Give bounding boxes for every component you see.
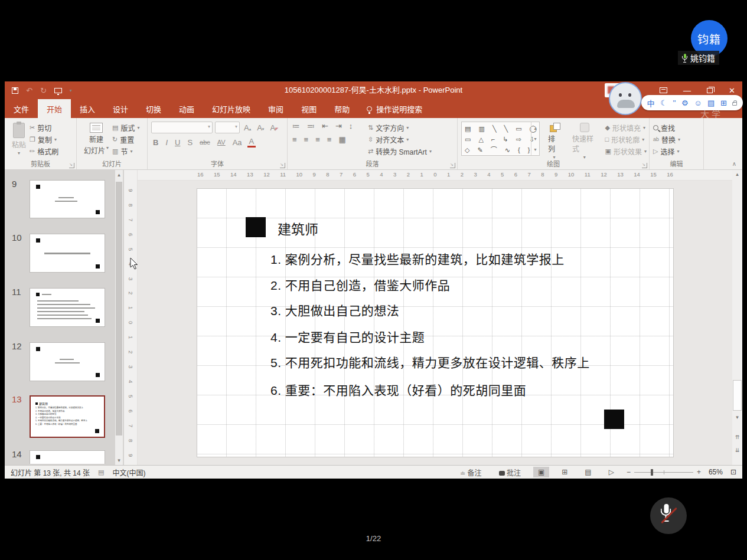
slide-bullet-3[interactable]: 3. 大胆做出自己的想法 [270, 301, 399, 319]
notes-toggle[interactable]: ≐ 备注 [455, 466, 487, 479]
slide-thumbnail-9[interactable] [30, 180, 105, 218]
scroll-up-icon[interactable]: ▴ [732, 171, 742, 177]
lock-icon[interactable] [732, 102, 737, 106]
justify-button[interactable]: ≡ [326, 135, 333, 144]
copy-button[interactable]: ❐复制▾ [30, 133, 58, 145]
tab-design[interactable]: 设计 [104, 99, 137, 118]
section-button[interactable]: ▥节▾ [112, 145, 139, 157]
slide-thumbnail-12[interactable] [30, 342, 105, 381]
font-color-button[interactable]: A [247, 137, 256, 148]
minimize-button[interactable]: — [683, 86, 691, 95]
tab-insert[interactable]: 插入 [71, 99, 104, 118]
grid-icon[interactable]: ⊞ [720, 99, 727, 107]
bullets-button[interactable]: ≔ [291, 122, 301, 130]
slideshow-view-button[interactable]: ▷ [604, 467, 619, 477]
text-direction-button[interactable]: ⇅文字方向▾ [368, 122, 432, 133]
thumbnail-scrollbar-thumb[interactable] [116, 182, 122, 435]
line-spacing-button[interactable]: ↕ [348, 122, 354, 130]
ime-mode-icon[interactable]: 中 [647, 97, 655, 109]
shrink-font-button[interactable]: A▾ [255, 123, 266, 132]
tab-review[interactable]: 审阅 [259, 99, 292, 118]
align-left-button[interactable]: ≡ [291, 135, 298, 144]
slide-bullet-1[interactable]: 1. 案例分析，尽量找些最新的建筑，比如建筑学报上 [270, 250, 565, 267]
quick-styles-button[interactable]: 快速样式 ▾ [569, 122, 601, 161]
slide-canvas[interactable]: 建筑师 1. 案例分析，尽量找些最新的建筑，比如建筑学报上 2. 不用自己创造，… [197, 189, 673, 457]
drawing-dialog-launcher-icon[interactable]: ↘ [642, 163, 647, 168]
zoom-out-button[interactable]: − [627, 468, 631, 476]
clipboard-dialog-launcher-icon[interactable]: ↘ [69, 163, 74, 168]
zoom-slider[interactable] [634, 472, 693, 473]
slide-thumbnail-11[interactable] [30, 288, 105, 327]
slide-bullet-5[interactable]: 5. 不用死扣功能和流线，精力更多放在设计逻辑、秩序上 [270, 353, 590, 371]
paragraph-dialog-launcher-icon[interactable]: ↘ [450, 163, 455, 168]
tools-icon[interactable]: ⚙ [681, 99, 689, 107]
fit-to-window-icon[interactable]: ⊡ [730, 468, 736, 476]
align-right-button[interactable]: ≡ [314, 135, 321, 144]
increase-indent-button[interactable]: ⇥ [334, 122, 343, 130]
tab-home[interactable]: 开始 [38, 99, 71, 118]
normal-view-button[interactable]: ▣ [533, 467, 549, 477]
align-center-button[interactable]: ≡ [303, 135, 310, 144]
change-case-button[interactable]: Aa [231, 138, 244, 147]
slide-title[interactable]: 建筑师 [278, 218, 318, 238]
scroll-down-icon[interactable]: ▾ [732, 414, 742, 420]
clear-format-button[interactable]: A◤ [268, 123, 280, 132]
restore-button[interactable] [707, 88, 713, 93]
slide-corner-square[interactable] [604, 410, 624, 429]
slide-bullet-4[interactable]: 4. 一定要有自己的设计主题 [270, 328, 425, 345]
select-button[interactable]: ▷选择▾ [653, 145, 701, 157]
shadow-button[interactable]: S [185, 138, 194, 147]
quotes-icon[interactable]: '' [673, 99, 676, 107]
night-mode-icon[interactable]: ☾ [660, 99, 667, 107]
char-spacing-button[interactable]: AV [216, 139, 227, 146]
italic-button[interactable]: I [164, 138, 169, 147]
columns-button[interactable]: ▦ [337, 135, 347, 144]
zoom-percentage[interactable]: 65% [709, 468, 723, 476]
slide-title-square[interactable] [246, 217, 266, 237]
reading-view-button[interactable]: ▤ [580, 467, 596, 477]
font-size-select[interactable] [215, 122, 240, 133]
reset-button[interactable]: ↻重置 [112, 133, 139, 145]
slide-bullet-2[interactable]: 2. 不用自己创造，借鉴大师作品 [270, 276, 450, 293]
next-slide-icon[interactable]: ⇊ [732, 447, 742, 453]
layout-button[interactable]: ▤版式▾ [112, 122, 139, 133]
replace-button[interactable]: ab替换▾ [653, 133, 701, 145]
cut-button[interactable]: ✂剪切 [30, 122, 58, 133]
tell-me-search[interactable]: 操作说明搜索 [358, 99, 430, 118]
slide-sorter-view-button[interactable]: ⊞ [557, 467, 572, 477]
emoji-icon[interactable]: ☺ [694, 99, 702, 107]
tab-view[interactable]: 视图 [292, 99, 325, 118]
slide-thumbnail-10[interactable] [30, 234, 105, 273]
tab-help[interactable]: 帮助 [325, 99, 358, 118]
zoom-in-button[interactable]: + [697, 468, 701, 476]
ribbon-display-options-icon[interactable] [660, 87, 667, 93]
underline-button[interactable]: U [173, 138, 182, 147]
decrease-indent-button[interactable]: ⇤ [321, 122, 330, 130]
comments-toggle[interactable]: 批注 [494, 466, 526, 479]
strikethrough-button[interactable]: abc [198, 139, 212, 146]
slide-thumbnail-14[interactable] [30, 450, 105, 464]
mute-button[interactable] [650, 497, 687, 534]
editor-scrollbar[interactable]: ▴ ▾ ⇈ ⇊ [732, 170, 742, 465]
arrange-button[interactable]: 排列 ▾ [544, 122, 564, 161]
shapes-gallery-scrollbar[interactable]: ▴▾▾ [531, 122, 539, 155]
numbering-button[interactable]: ≕ [306, 122, 316, 130]
smartart-button[interactable]: ⇄转换为 SmartArt▾ [368, 145, 432, 157]
thumbnail-scrollbar[interactable]: ▴ ▾ [115, 170, 123, 465]
shape-outline-button[interactable]: □形状轮廓▾ [605, 133, 647, 145]
scroll-down-icon[interactable]: ▾ [115, 457, 123, 463]
font-dialog-launcher-icon[interactable]: ↘ [280, 163, 285, 168]
grow-font-button[interactable]: A▴ [242, 123, 253, 132]
editor-scrollbar-thumb[interactable] [733, 380, 742, 411]
close-button[interactable]: ✕ [729, 86, 735, 95]
previous-slide-icon[interactable]: ⇈ [732, 434, 742, 440]
new-slide-button[interactable]: 新建 幻灯片▾ [80, 122, 112, 157]
paste-button[interactable]: 粘贴 ▾ [8, 122, 30, 157]
tab-file[interactable]: 文件 [5, 99, 38, 118]
tab-animations[interactable]: 动画 [170, 99, 203, 118]
bold-button[interactable]: B [151, 138, 160, 147]
language-indicator[interactable]: 中文(中国) [112, 467, 145, 477]
shapes-gallery[interactable]: ▤ ▥ ╲ ╲ ▭ ◯ ▭ △ ⌐ ↳ ⇨ ⇩ ◇ ✎ ⌒ ∿ { } ▴▾▾ [461, 122, 540, 156]
font-name-select[interactable] [151, 122, 213, 133]
format-painter-button[interactable]: ✏格式刷 [30, 145, 58, 157]
